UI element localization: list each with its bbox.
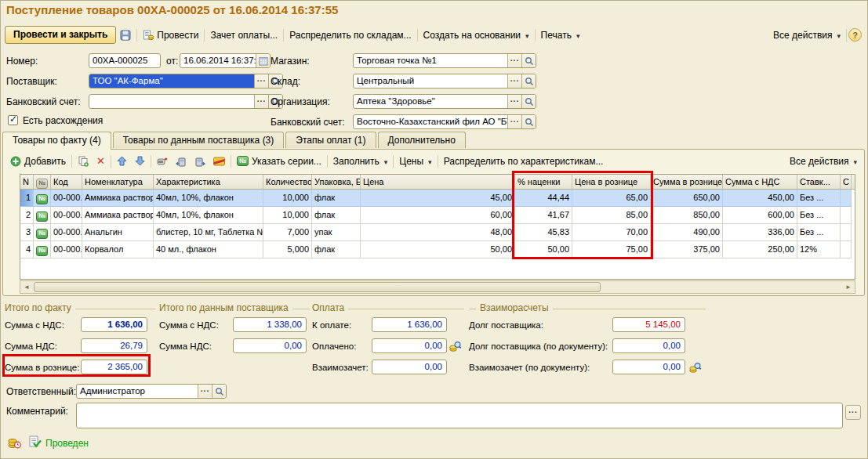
table-cell[interactable]: 00-000... — [51, 190, 82, 207]
table-cell[interactable]: флак — [312, 190, 361, 207]
column-header[interactable]: Код — [51, 175, 82, 189]
table-cell[interactable]: 40мл, 10%, флакон — [154, 207, 263, 224]
comment-expand-button[interactable] — [845, 405, 861, 420]
table-cell[interactable]: 50,00 — [515, 241, 572, 258]
table-cell[interactable]: 3 — [20, 224, 34, 241]
table-cell[interactable]: 450,00 — [723, 190, 797, 207]
table-cell[interactable]: 45,83 — [515, 224, 572, 241]
organization-field[interactable]: Аптека "Здоровье" — [353, 94, 536, 109]
table-cell[interactable]: 65,00 — [572, 190, 651, 207]
table-cell[interactable]: 41,67 — [515, 207, 572, 224]
ellipsis-button[interactable] — [507, 54, 521, 67]
table-cell[interactable]: Без ... — [797, 207, 841, 224]
move-down-button[interactable] — [131, 154, 149, 168]
table-row[interactable]: 3№00-000...Анальгинблистер, 10 мг, Табле… — [20, 224, 855, 241]
offset-doc-details-button[interactable] — [689, 361, 702, 374]
table-cell[interactable]: 1 — [20, 190, 34, 207]
terminal-download-button[interactable] — [191, 154, 209, 168]
date-field[interactable]: 16.06.2014 16:37:55 — [180, 53, 271, 68]
table-cell[interactable]: 650,00 — [651, 190, 723, 207]
magnifier-icon[interactable] — [521, 54, 536, 67]
table-cell[interactable]: 00-000... — [51, 241, 82, 258]
table-cell[interactable]: 375,00 — [651, 241, 723, 258]
scrollbar-thumb[interactable] — [34, 282, 601, 292]
move-up-button[interactable] — [113, 154, 131, 168]
table-cell[interactable]: 60,00 — [361, 207, 515, 224]
post-and-close-button[interactable]: Провести и закрыть — [5, 26, 116, 44]
column-header[interactable]: Характеристика — [154, 175, 263, 189]
specify-series-button[interactable]: № Указать серии... — [233, 154, 325, 168]
supplier-field[interactable]: ТОО "АК-Фарма" — [89, 74, 283, 89]
table-cell[interactable]: 75,00 — [572, 241, 651, 258]
print-button[interactable]: Печать — [537, 28, 584, 42]
table-cell[interactable] — [841, 224, 852, 241]
table-cell[interactable]: 336,00 — [723, 224, 797, 241]
paid-details-button[interactable] — [449, 340, 462, 352]
ellipsis-button[interactable] — [507, 115, 521, 128]
magnifier-icon[interactable] — [212, 385, 226, 398]
table-cell[interactable]: 85,00 — [572, 207, 651, 224]
barcode-scan-button[interactable] — [153, 154, 172, 168]
column-header[interactable]: N — [20, 175, 34, 189]
calendar-icon[interactable] — [256, 54, 270, 67]
table-cell[interactable]: блистер, 10 мг, Таблетка №10 — [154, 224, 263, 241]
comment-field[interactable] — [76, 403, 843, 428]
table-row[interactable]: 1№00-000...Аммиака раствор40мл, 10%, фла… — [20, 190, 855, 207]
column-header[interactable]: Сумма с НДС — [723, 175, 797, 189]
table-row[interactable]: 2№00-000...Аммиака раствор40мл, 10%, фла… — [20, 207, 855, 224]
column-header[interactable]: Ставк... — [797, 175, 841, 189]
table-cell[interactable]: № — [34, 241, 51, 258]
table-cell[interactable]: Корвалол — [82, 241, 154, 258]
fill-button[interactable]: Заполнить — [329, 154, 391, 168]
ellipsis-button[interactable] — [254, 95, 268, 108]
table-cell[interactable]: № — [34, 224, 51, 241]
ellipsis-button[interactable] — [507, 74, 521, 88]
prices-button[interactable]: Цены — [395, 154, 435, 168]
table-cell[interactable]: № — [34, 190, 51, 207]
table-cell[interactable]: 12% — [797, 241, 841, 258]
table-cell[interactable]: 70,00 — [572, 224, 651, 241]
column-header[interactable]: Упаковка, Ед.... — [312, 175, 361, 189]
help-button[interactable]: ? — [848, 28, 862, 42]
table-cell[interactable]: 44,44 — [515, 190, 572, 207]
magnifier-icon[interactable] — [521, 95, 536, 108]
table-cell[interactable]: 48,00 — [361, 224, 515, 241]
distribute-warehouses-button[interactable]: Распределить по складам... — [285, 28, 415, 42]
table-cell[interactable]: 2 — [20, 207, 34, 224]
table-cell[interactable]: 50,00 — [361, 241, 515, 258]
distribute-characteristics-button[interactable]: Распределить по характеристикам... — [440, 154, 608, 168]
column-header[interactable]: С — [841, 175, 852, 189]
column-header[interactable]: № — [34, 175, 51, 189]
shop-field[interactable]: Торговая точка №1 — [353, 53, 536, 68]
column-header[interactable]: Цена в рознице — [572, 175, 651, 189]
table-cell[interactable]: 850,00 — [651, 207, 723, 224]
discrepancies-checkbox[interactable] — [8, 115, 18, 125]
scroll-right-arrow[interactable] — [842, 284, 855, 291]
ellipsis-button[interactable] — [198, 385, 212, 398]
table-cell[interactable]: Без ... — [797, 190, 841, 207]
ellipsis-button[interactable] — [254, 74, 268, 88]
table-cell[interactable]: 10,000 — [263, 207, 312, 224]
column-header[interactable]: % наценки — [515, 175, 572, 189]
table-cell[interactable]: 4 — [20, 241, 34, 258]
tab-payment-stages[interactable]: Этапы оплат (1) — [285, 132, 376, 148]
tab-additional[interactable]: Дополнительно — [378, 132, 466, 148]
create-based-on-button[interactable]: Создать на основании — [419, 28, 533, 42]
column-header[interactable]: Количество — [263, 175, 312, 189]
table-cell[interactable]: № — [34, 207, 51, 224]
all-actions-button[interactable]: Все действия — [769, 28, 844, 42]
column-header[interactable]: Номенклатура — [82, 175, 154, 189]
table-cell[interactable]: 5,000 — [263, 241, 312, 258]
post-button[interactable]: Провести — [139, 28, 202, 42]
responsible-field[interactable]: Администратор — [76, 384, 227, 399]
scroll-left-arrow[interactable] — [20, 284, 33, 291]
horizontal-scrollbar[interactable] — [20, 280, 855, 294]
magnifier-icon[interactable] — [521, 74, 536, 88]
table-cell[interactable]: упак — [312, 224, 361, 241]
bank-account-field[interactable] — [89, 94, 283, 109]
org-bank-account-field[interactable]: Восточно-Казахстанский фил АО "БТА — [353, 114, 536, 129]
delete-row-button[interactable]: ✕ — [93, 154, 109, 168]
table-cell[interactable] — [841, 190, 852, 207]
table-cell[interactable] — [841, 241, 852, 258]
table-cell[interactable]: флак — [312, 241, 361, 258]
